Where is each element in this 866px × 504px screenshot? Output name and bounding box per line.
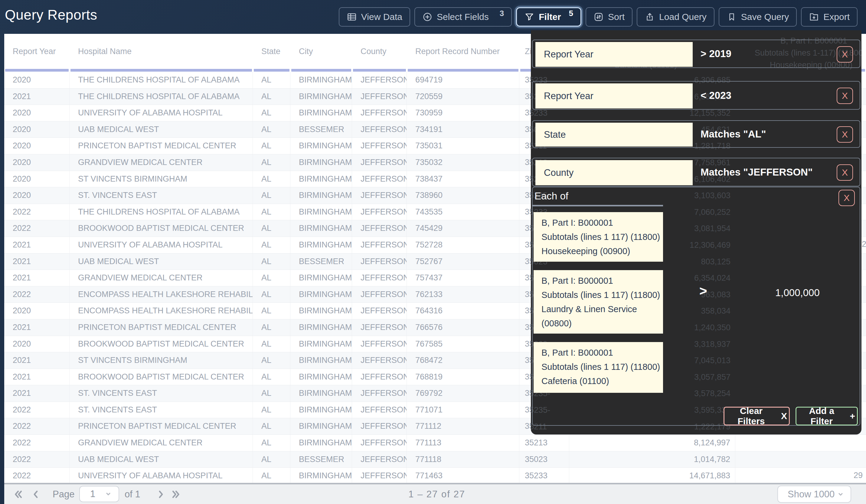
table-cell: BESSEMER [290,451,352,468]
table-cell: PRINCETON BAPTIST MEDICAL CENTER [69,319,253,336]
group-operator[interactable]: > [699,284,707,299]
remove-filter-button[interactable]: X [837,46,853,62]
table-cell: 2022 [4,435,69,451]
table-cell: AL [253,253,290,270]
table-cell: AL [253,204,290,220]
table-cell: 2022 [4,286,69,303]
filter-field-chip[interactable]: County [535,160,693,185]
table-cell: AL [253,418,290,435]
table-cell: BIRMINGHAM [290,72,352,88]
column-header[interactable]: State [253,47,290,56]
table-cell: 2021 [4,369,69,385]
table-cell: THE CHILDRENS HOSPITAL OF ALABAMA [69,89,253,105]
table-cell: JEFFERSON [352,418,407,435]
table-cell: JEFFERSON [352,204,407,220]
column-header[interactable]: Report Record Number [407,47,519,56]
filter-operator[interactable]: Matches "JEFFERSON" [701,158,813,186]
add-filter-button[interactable]: Add a Filter + [796,407,858,425]
table-cell: 2020 [4,154,69,171]
table-cell: JEFFERSON [352,385,407,402]
remove-filter-button[interactable]: X [837,88,853,104]
page-label: Page [53,484,75,504]
table-cell: BIRMINGHAM [290,319,352,336]
save-query-button[interactable]: Save Query [719,7,797,26]
page-size-select[interactable]: Show 1000 [777,485,851,503]
filter-row: Report Year < 2023 X [532,81,860,110]
table-cell: 2020 [4,187,69,204]
prev-page-button[interactable] [30,484,42,504]
column-header[interactable]: Report Year [4,47,69,56]
table-cell: 734191 [407,122,519,138]
table-cell: BIRMINGHAM [290,303,352,319]
table-row[interactable]: 2022GRANDVIEW MEDICAL CENTERALBIRMINGHAM… [4,435,866,451]
table-cell: BIRMINGHAM [290,336,352,352]
sort-button[interactable]: Sort [586,7,632,26]
filter-field-chip[interactable]: Report Year [535,83,693,108]
table-cell: 752767 [407,253,519,270]
last-page-button[interactable] [170,484,182,504]
table-cell: THE CHILDRENS HOSPITAL OF ALABAMA [69,72,253,88]
view-data-button[interactable]: View Data [339,7,410,26]
table-cell: AL [253,319,290,336]
column-header[interactable]: Hospital Name [69,47,253,56]
remove-filter-button[interactable]: X [837,164,853,181]
table-row[interactable]: 2022UAB MEDICAL WESTALBESSEMERJEFFERSON7… [4,451,866,468]
table-cell: JEFFERSON [352,286,407,303]
table-row[interactable]: 2022UNIVERSITY OF ALABAMA HOSPITALALBIRM… [4,468,866,484]
sort-label: Sort [608,12,625,22]
table-cell: BIRMINGHAM [290,204,352,220]
table-cell: 771071 [407,402,519,418]
clear-filters-button[interactable]: Clear Filters X [723,407,790,425]
filter-field-chip[interactable]: State [535,123,693,147]
view-data-label: View Data [361,12,402,22]
page-select[interactable]: 1 [79,486,119,502]
table-cell: ST. VINCENTS EAST [69,187,253,204]
table-cell: 768819 [407,369,519,385]
remove-filter-button[interactable]: X [837,126,853,142]
table-cell: 764316 [407,303,519,319]
filter-button[interactable]: Filter 5 [516,7,581,26]
page-select-value: 1 [90,489,95,500]
filter-operator[interactable]: > 2019 [701,40,731,67]
filter-operator[interactable]: < 2023 [701,82,731,109]
remove-group-button[interactable]: X [839,190,855,206]
table-cell: 735032 [407,154,519,171]
select-fields-button[interactable]: Select Fields 3 [414,7,512,26]
group-field-chip[interactable]: B, Part I: B000001 Subtotals (lines 1 11… [534,270,663,334]
table-cell: 1,014,782 [569,451,735,468]
table-cell: UNIVERSITY OF ALABAMA HOSPITAL [69,468,253,484]
table-cell: UAB MEDICAL WEST [69,451,253,468]
ghost-zip: 35233 [531,108,547,118]
group-field-chip[interactable]: B, Part I: B000001 Subtotals (lines 1 11… [534,212,663,262]
first-page-button[interactable] [12,484,24,504]
double-chevron-right-icon [170,488,182,500]
table-cell: UAB MEDICAL WEST [69,122,253,138]
table-cell: AL [253,154,290,171]
table-cell: BIRMINGHAM [290,270,352,286]
table-cell: AL [253,352,290,369]
column-header[interactable]: County [352,47,407,56]
table-cell: BIRMINGHAM [290,138,352,154]
group-threshold-value[interactable]: 1,000,000 [775,287,820,299]
column-header[interactable]: City [290,47,352,56]
export-button[interactable]: Export [801,7,857,26]
next-page-button[interactable] [155,484,167,504]
table-cell: JEFFERSON [352,122,407,138]
table-cell: ST. VINCENTS EAST [69,385,253,402]
table-cell: BROOKWOOD BAPTIST MEDICAL CENTER [69,220,253,237]
chevron-down-icon [836,490,845,499]
clear-filters-label: Clear Filters [726,406,776,426]
table-cell: 771113 [407,435,519,451]
table-cell: BIRMINGHAM [290,435,352,451]
funnel-icon [524,12,534,22]
table-cell: 771118 [407,451,519,468]
table-cell: AL [253,171,290,187]
table-cell: ST VINCENTS BIRMINGHAM [69,352,253,369]
filter-field-chip[interactable]: Report Year [535,42,693,67]
filter-operator[interactable]: Matches "AL" [701,121,766,147]
table-cell: PRINCETON BAPTIST MEDICAL CENTER [69,138,253,154]
table-cell: BIRMINGHAM [290,105,352,121]
load-query-button[interactable]: Load Query [637,7,714,26]
table-cell: JEFFERSON [352,89,407,105]
group-field-chip[interactable]: B, Part I: B000001 Subtotals (lines 1 11… [534,342,663,393]
